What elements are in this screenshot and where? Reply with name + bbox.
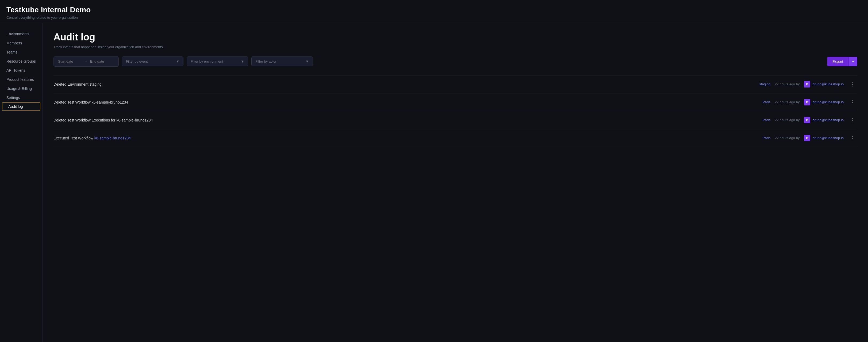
filter-actor-dropdown[interactable]: Filter by actor ▼ xyxy=(251,56,313,66)
app-subtitle: Control everything related to your organ… xyxy=(6,16,862,20)
table-row: Deleted Test Workflow Executions for k6-… xyxy=(54,111,857,129)
app-title: Testkube Internal Demo xyxy=(6,5,862,15)
top-header: Testkube Internal Demo Control everythin… xyxy=(0,0,868,23)
avatar: B xyxy=(804,81,810,87)
avatar: B xyxy=(804,135,810,141)
sidebar-item-teams[interactable]: Teams xyxy=(0,48,42,57)
audit-time: 22 hours ago by xyxy=(775,136,800,140)
actor-email: bruno@kubeshop.io xyxy=(812,136,844,140)
audit-actor: B bruno@kubeshop.io xyxy=(804,99,844,106)
actor-email: bruno@kubeshop.io xyxy=(812,100,844,104)
export-button[interactable]: Export xyxy=(827,57,848,66)
table-row: Deleted Environment staging staging 22 h… xyxy=(54,75,857,93)
sidebar-item-settings[interactable]: Settings xyxy=(0,93,42,102)
audit-time: 22 hours ago by xyxy=(775,82,800,86)
audit-environment-badge: staging xyxy=(749,82,770,86)
actor-email: bruno@kubeshop.io xyxy=(812,82,844,86)
filter-actor-label: Filter by actor xyxy=(255,59,277,63)
filter-event-label: Filter by event xyxy=(126,59,148,63)
audit-environment-badge: Paris xyxy=(749,118,770,122)
start-date-input[interactable] xyxy=(58,59,82,63)
app-container: Testkube Internal Demo Control everythin… xyxy=(0,0,868,342)
sidebar-item-environments[interactable]: Environments xyxy=(0,29,42,38)
audit-environment-badge: Paris xyxy=(749,100,770,104)
actor-email: bruno@kubeshop.io xyxy=(812,118,844,122)
more-options-button[interactable]: ⋮ xyxy=(848,134,857,142)
sidebar-item-usage-billing[interactable]: Usage & Billing xyxy=(0,84,42,93)
filter-event-dropdown[interactable]: Filter by event ▼ xyxy=(122,56,183,66)
chevron-down-icon: ▼ xyxy=(305,59,309,63)
filter-environment-label: Filter by environment xyxy=(191,59,223,63)
page-description: Track events that happened inside your o… xyxy=(54,45,857,49)
date-range-filter[interactable]: → xyxy=(54,56,119,67)
audit-actor: B bruno@kubeshop.io xyxy=(804,117,844,123)
audit-environment-badge: Paris xyxy=(749,136,770,140)
export-dropdown-button[interactable]: ▼ xyxy=(848,57,857,66)
more-options-button[interactable]: ⋮ xyxy=(848,80,857,88)
more-options-button[interactable]: ⋮ xyxy=(848,116,857,124)
audit-actor: B bruno@kubeshop.io xyxy=(804,81,844,87)
audit-actor: B bruno@kubeshop.io xyxy=(804,135,844,141)
audit-table: Deleted Environment staging staging 22 h… xyxy=(54,75,857,147)
sidebar-item-api-tokens[interactable]: API Tokens xyxy=(0,66,42,75)
chevron-down-icon: ▼ xyxy=(241,59,244,63)
content-area: Audit log Track events that happened ins… xyxy=(43,23,868,342)
audit-event-name: Deleted Test Workflow k6-sample-bruno123… xyxy=(54,100,745,104)
sidebar-item-audit-log[interactable]: Audit log xyxy=(2,102,40,111)
sidebar: Environments Members Teams Resource Grou… xyxy=(0,23,43,342)
export-btn-group: Export ▼ xyxy=(827,57,857,66)
audit-event-name: Executed Test Workflow k6-sample-bruno12… xyxy=(54,136,745,140)
more-options-button[interactable]: ⋮ xyxy=(848,98,857,106)
avatar: B xyxy=(804,99,810,106)
audit-time: 22 hours ago by xyxy=(775,100,800,104)
filters-row: → Filter by event ▼ Filter by environmen… xyxy=(54,56,857,67)
table-row: Executed Test Workflow k6-sample-bruno12… xyxy=(54,129,857,147)
main-layout: Environments Members Teams Resource Grou… xyxy=(0,23,868,342)
audit-event-name: Deleted Test Workflow Executions for k6-… xyxy=(54,118,745,122)
table-row: Deleted Test Workflow k6-sample-bruno123… xyxy=(54,93,857,111)
sidebar-item-product-features[interactable]: Product features xyxy=(0,75,42,84)
workflow-link[interactable]: k6-sample-bruno1234 xyxy=(94,136,131,140)
avatar: B xyxy=(804,117,810,123)
filter-environment-dropdown[interactable]: Filter by environment ▼ xyxy=(187,56,248,66)
end-date-input[interactable] xyxy=(90,59,114,63)
sidebar-item-resource-groups[interactable]: Resource Groups xyxy=(0,57,42,66)
audit-time: 22 hours ago by xyxy=(775,118,800,122)
chevron-down-icon: ▼ xyxy=(176,59,180,63)
audit-event-name: Deleted Environment staging xyxy=(54,82,745,86)
sidebar-item-members[interactable]: Members xyxy=(0,38,42,48)
date-arrow-icon: → xyxy=(84,59,88,64)
page-title: Audit log xyxy=(54,32,857,43)
